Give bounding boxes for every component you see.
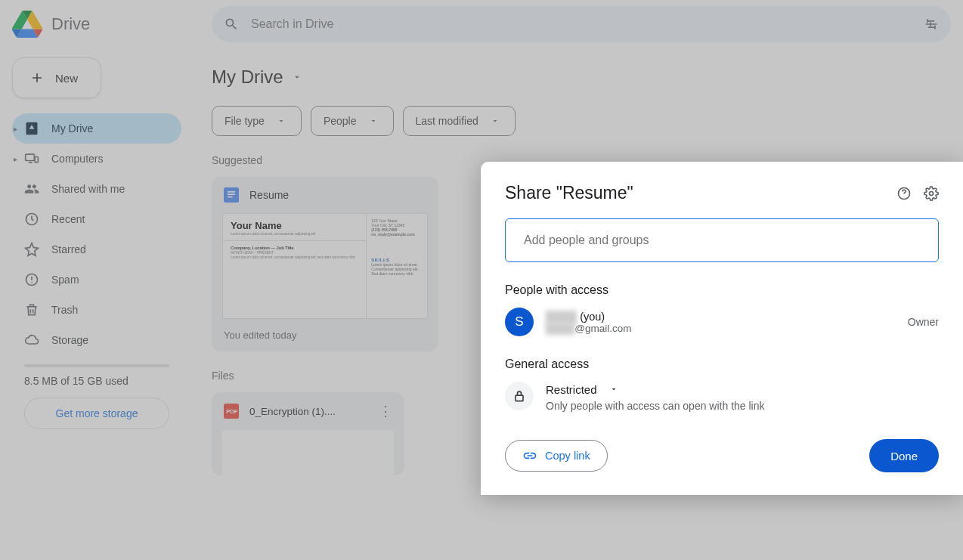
gear-icon[interactable] bbox=[924, 186, 939, 201]
lock-icon bbox=[505, 382, 534, 410]
person-row: S ████ (you) ████@gmail.com Owner bbox=[505, 308, 939, 336]
done-button[interactable]: Done bbox=[869, 439, 939, 472]
avatar: S bbox=[505, 308, 534, 336]
help-icon[interactable] bbox=[896, 186, 912, 201]
person-name: ████ (you) bbox=[546, 311, 632, 323]
add-people-input[interactable] bbox=[505, 218, 939, 262]
general-access-heading: General access bbox=[505, 357, 939, 371]
copy-link-button[interactable]: Copy link bbox=[505, 440, 608, 472]
link-icon bbox=[522, 448, 537, 463]
svg-rect-12 bbox=[516, 395, 523, 401]
access-level-label: Restricted bbox=[546, 383, 597, 396]
person-role: Owner bbox=[908, 316, 939, 328]
access-description: Only people with access can open with th… bbox=[546, 400, 765, 412]
caret-down-icon bbox=[606, 382, 621, 397]
copy-link-label: Copy link bbox=[545, 450, 590, 462]
person-email: ████@gmail.com bbox=[546, 323, 632, 334]
share-dialog: Share "Resume" People with access S ████… bbox=[481, 162, 963, 495]
svg-point-11 bbox=[930, 191, 934, 195]
dialog-title: Share "Resume" bbox=[505, 183, 633, 203]
access-level-dropdown[interactable]: Restricted bbox=[546, 382, 765, 397]
general-access-row: Restricted Only people with access can o… bbox=[505, 382, 939, 412]
people-heading: People with access bbox=[505, 283, 939, 297]
